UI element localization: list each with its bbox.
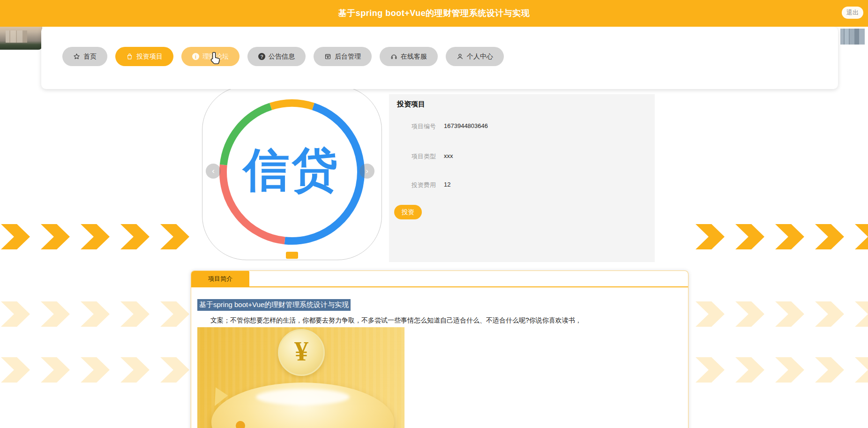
banner-photo-left	[0, 27, 42, 50]
field-value: xxx	[444, 152, 453, 159]
chevron-decoration	[855, 357, 868, 383]
chevron-decoration-row	[696, 224, 868, 249]
chevron-decoration	[160, 224, 189, 249]
field-value: 12	[444, 181, 450, 188]
chevron-decoration	[41, 357, 70, 383]
nav-item-label: 公告信息	[269, 53, 295, 61]
chevron-decoration	[735, 357, 764, 383]
banner-photo-right	[838, 27, 868, 50]
nav-item-label: 首页	[83, 53, 97, 61]
field-row-project-number: 项目编号 1673944803646	[389, 122, 655, 130]
logout-button[interactable]: 退出	[842, 7, 863, 19]
logo-text: 信贷	[202, 140, 382, 202]
chevron-decoration	[815, 224, 844, 249]
chevron-decoration	[735, 301, 764, 327]
chevron-decoration-row	[696, 357, 868, 383]
chevron-decoration	[1, 357, 30, 383]
headset-icon	[390, 53, 397, 60]
panel-title: 投资项目	[397, 100, 425, 109]
chevron-decoration	[160, 357, 189, 383]
user-icon	[456, 53, 464, 60]
chevron-decoration	[120, 357, 150, 383]
chevron-decoration	[81, 357, 110, 383]
field-label: 项目类型	[412, 152, 436, 161]
intro-title-selected: 基于spring boot+Vue的理财管理系统设计与实现	[197, 299, 351, 311]
nav-item-label: 后台管理	[335, 53, 361, 61]
page-title: 基于spring boot+Vue的理财管理系统设计与实现	[0, 0, 868, 27]
nav-item-admin[interactable]: 后台管理	[314, 47, 372, 66]
nav-item-announcements[interactable]: ? 公告信息	[247, 47, 306, 66]
info-icon: i	[192, 53, 199, 60]
nav-bar: 首页 投资项目 i 理财论坛 ? 公告信息 后台管理 在线客服	[62, 47, 504, 66]
tab-project-intro[interactable]: 项目简介	[191, 271, 249, 286]
chevron-decoration	[160, 301, 189, 327]
chevron-decoration	[775, 301, 804, 327]
chevron-decoration	[815, 301, 844, 327]
nav-item-label: 投资项目	[136, 53, 163, 61]
chevron-decoration	[735, 224, 764, 249]
piggy-gloss	[256, 389, 350, 405]
chevron-decoration	[775, 224, 804, 249]
nav-item-forum[interactable]: i 理财论坛	[181, 47, 239, 66]
chevron-decoration-row	[1, 301, 189, 327]
chevron-decoration	[41, 301, 70, 327]
chevron-decoration	[696, 301, 725, 327]
carousel-indicator[interactable]	[286, 252, 298, 259]
coin-icon: ¥	[278, 329, 325, 376]
nav-item-label: 个人中心	[467, 53, 493, 61]
field-label: 项目编号	[412, 122, 436, 131]
chevron-decoration-row	[1, 357, 189, 383]
star-icon	[73, 53, 80, 60]
chevron-decoration	[855, 224, 868, 249]
nav-item-support[interactable]: 在线客服	[380, 47, 438, 66]
chevron-decoration	[120, 224, 150, 249]
app-header: 基于spring boot+Vue的理财管理系统设计与实现 退出	[0, 0, 868, 27]
carousel-prev-button[interactable]: ‹	[206, 164, 221, 179]
safe-icon	[324, 53, 331, 60]
field-label: 投资费用	[412, 181, 436, 189]
yuan-symbol: ¥	[279, 335, 323, 368]
bag-icon	[126, 53, 133, 60]
piggy-ear	[206, 384, 228, 406]
project-intro-card: 项目简介 基于spring boot+Vue的理财管理系统设计与实现 文案；不管…	[191, 270, 688, 428]
chevron-decoration	[855, 301, 868, 327]
nav-item-label: 在线客服	[401, 53, 427, 61]
piggy-bank-image: ¥ 理财	[197, 327, 404, 428]
chevron-decoration	[120, 301, 150, 327]
chevron-decoration	[696, 224, 725, 249]
chevron-decoration	[775, 357, 804, 383]
chevron-decoration	[1, 301, 30, 327]
intro-paragraph: 文案；不管你想要怎样的生活，你都要去努力争取，不多尝试一些事情怎么知道自己适合什…	[197, 315, 633, 325]
chevron-decoration	[696, 357, 725, 383]
field-row-investment-fee: 投资费用 12	[389, 181, 655, 188]
nav-item-label: 理财论坛	[202, 53, 229, 61]
carousel-next-button[interactable]: ›	[359, 164, 374, 179]
invest-button[interactable]: 投资	[394, 205, 422, 219]
piggy-eye	[236, 421, 245, 428]
carousel-image: 信贷	[202, 86, 382, 260]
nav-item-investments[interactable]: 投资项目	[115, 47, 173, 66]
nav-card: 首页 投资项目 i 理财论坛 ? 公告信息 后台管理 在线客服	[41, 27, 838, 89]
intro-header: 项目简介	[191, 271, 688, 287]
chevron-decoration	[41, 224, 70, 249]
chevron-decoration-row	[1, 224, 189, 249]
field-value: 1673944803646	[444, 122, 488, 129]
investment-detail-panel: 投资项目 项目编号 1673944803646 项目类型 xxx 投资费用 12…	[389, 94, 655, 262]
chevron-decoration-row	[696, 301, 868, 327]
piggy-body: 理财	[211, 383, 394, 428]
chevron-decoration	[1, 224, 30, 249]
nav-item-profile[interactable]: 个人中心	[446, 47, 504, 66]
chevron-decoration	[815, 357, 844, 383]
question-icon: ?	[258, 53, 265, 60]
chevron-decoration	[81, 301, 110, 327]
nav-item-home[interactable]: 首页	[62, 47, 107, 66]
field-row-project-type: 项目类型 xxx	[389, 152, 655, 160]
chevron-decoration	[81, 224, 110, 249]
